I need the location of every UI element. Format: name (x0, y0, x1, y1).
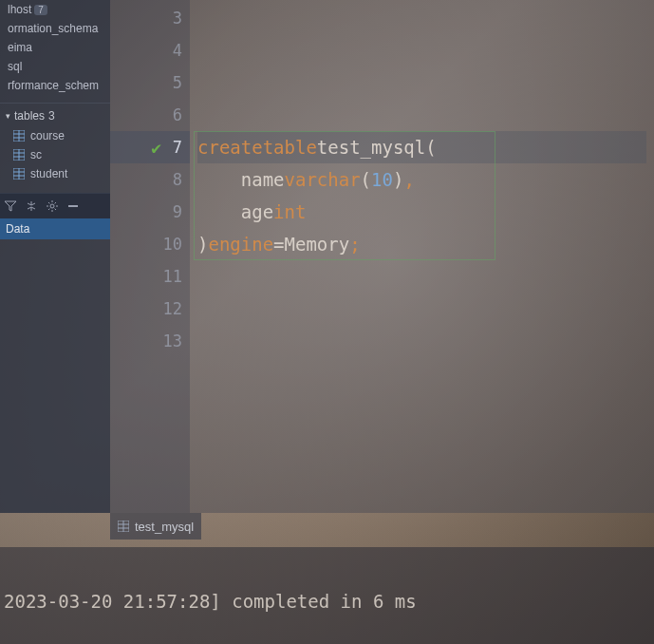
sidebar-selected-item[interactable]: Data (0, 218, 110, 239)
code-editor[interactable]: 3 4 5 6 ✔ 7 8 9 10 11 12 13 create table… (110, 0, 654, 513)
svg-point-12 (50, 204, 54, 208)
tables-section-header[interactable]: ▾ tables 3 (0, 103, 110, 126)
line-number: 8 (110, 163, 190, 196)
line-number: 3 (110, 2, 190, 34)
sidebar-toolbar (0, 193, 110, 218)
result-tab-bar: test_mysql (110, 513, 201, 540)
console-line: 2023-03-20 21:57:28] completed in 6 ms (4, 585, 650, 617)
table-item[interactable]: course (0, 126, 110, 145)
table-icon (118, 521, 129, 532)
console-output[interactable]: 2023-03-20 21:57:28] completed in 6 ms >… (0, 547, 654, 644)
result-tab[interactable]: test_mysql (135, 520, 194, 534)
table-item[interactable]: sc (0, 145, 110, 164)
database-sidebar: lhost7 ormation_schema eima sql rformanc… (0, 0, 110, 513)
table-icon (13, 130, 25, 142)
collapse-icon[interactable] (25, 199, 38, 213)
line-number: 12 (110, 293, 190, 325)
gear-icon[interactable] (46, 199, 59, 213)
chevron-down-icon: ▾ (6, 111, 10, 121)
line-number: 10 (110, 228, 190, 260)
table-item[interactable]: student (0, 164, 110, 183)
code-content[interactable]: create table test_mysql( name varchar(10… (190, 0, 654, 513)
line-number: ✔ 7 (110, 131, 190, 163)
line-number: 11 (110, 260, 190, 293)
database-list: lhost7 ormation_schema eima sql rformanc… (0, 0, 110, 95)
database-item[interactable]: eima (4, 38, 106, 57)
database-item[interactable]: lhost7 (4, 0, 106, 19)
table-icon (13, 149, 25, 161)
line-number: 6 (110, 99, 190, 131)
check-icon: ✔ (151, 138, 161, 158)
line-number: 5 (110, 66, 190, 99)
table-icon (13, 168, 25, 180)
line-number: 9 (110, 196, 190, 228)
tables-list: course sc student (0, 126, 110, 183)
line-number: 4 (110, 34, 190, 66)
editor-gutter: 3 4 5 6 ✔ 7 8 9 10 11 12 13 (110, 0, 190, 513)
filter-icon[interactable] (4, 199, 17, 213)
minus-icon[interactable] (66, 199, 80, 213)
database-item[interactable]: rformance_schem (4, 76, 106, 95)
database-item[interactable]: ormation_schema (4, 19, 106, 38)
database-item[interactable]: sql (4, 57, 106, 76)
line-number: 13 (110, 325, 190, 357)
